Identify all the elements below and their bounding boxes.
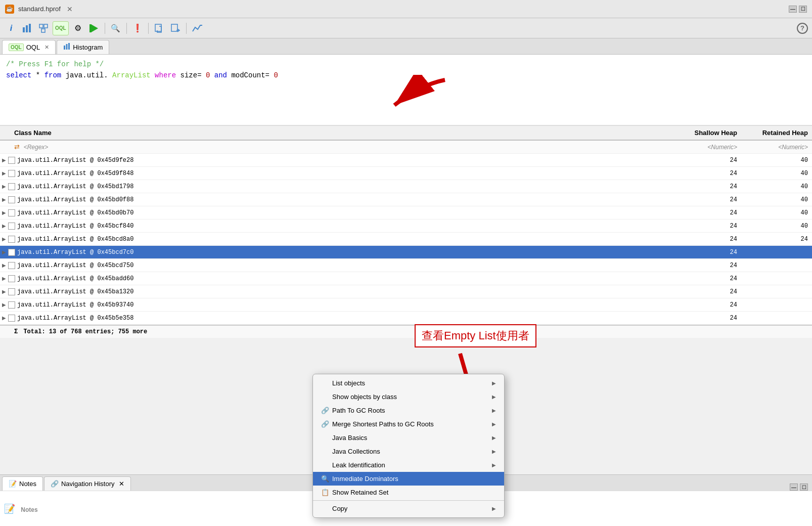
table-row[interactable]: ▶ java.util.ArrayList @ 0x45ba1320 24 (0, 285, 812, 298)
table-row[interactable]: ▶ java.util.ArrayList @ 0x45bd0f88 24 40 (0, 193, 812, 206)
path-gc-icon: 🔗 (321, 407, 329, 414)
dominator-button[interactable] (36, 21, 51, 35)
row-classname-10: java.util.ArrayList @ 0x45ba1320 (17, 288, 681, 295)
comment-text: /* (6, 60, 19, 68)
separator-3 (148, 23, 149, 34)
search-button[interactable]: 🔍 (109, 21, 123, 35)
row-file-icon-4 (8, 209, 15, 216)
maximize-button[interactable]: ☐ (799, 6, 807, 13)
oql-editor[interactable]: /* Press F1 for help */ select * from ja… (0, 55, 812, 125)
row-expand-9[interactable]: ▶ (0, 276, 8, 281)
row-file-icon-5 (8, 223, 15, 230)
tab-close-icon[interactable]: ✕ (67, 5, 73, 13)
export2-button[interactable] (168, 21, 183, 35)
row-retained-1: 40 (741, 170, 812, 177)
row-expand-1[interactable]: ▶ (0, 170, 8, 176)
svg-rect-2 (29, 24, 31, 32)
menu-item-immediate-dominators[interactable]: 🔍Immediate Dominators (313, 472, 504, 486)
bar-chart-button[interactable] (20, 21, 34, 35)
table-row[interactable]: ▶ java.util.ArrayList @ 0x45bd1798 24 40 (0, 180, 812, 193)
tab-oql[interactable]: OQL OQL ✕ (2, 40, 56, 54)
help-button[interactable]: ? (797, 23, 808, 34)
results-area: Class Name Shallow Heap Retained Heap ⇄ … (0, 125, 812, 338)
table-row[interactable]: ▶ java.util.ArrayList @ 0x45b5e358 24 (0, 312, 812, 325)
row-file-icon-6 (8, 236, 15, 243)
menu-label-java-basics: Java Basics (332, 434, 367, 442)
menu-item-show-retained-set[interactable]: 📋Show Retained Set (313, 486, 504, 499)
menu-item-merge-shortest-paths[interactable]: 🔗Merge Shortest Paths to GC Roots▶ (313, 417, 504, 431)
menu-label-show-objects-by-class: Show objects by class (332, 393, 397, 401)
filter-shallow[interactable]: <Numeric> (681, 142, 741, 152)
nav-history-close[interactable]: ✕ (119, 480, 124, 488)
table-row[interactable]: ▶ java.util.ArrayList @ 0x45d9f848 24 40 (0, 167, 812, 180)
oql-button[interactable]: OQL (53, 21, 69, 35)
row-classname-1: java.util.ArrayList @ 0x45d9f848 (17, 170, 681, 177)
menu-item-copy[interactable]: Copy▶ (313, 502, 504, 515)
row-expand-0[interactable]: ▶ (0, 157, 8, 163)
svg-rect-0 (23, 27, 25, 32)
menu-item-path-to-gc-roots[interactable]: 🔗Path To GC Roots▶ (313, 404, 504, 417)
row-shallow-9: 24 (681, 275, 741, 282)
row-file-icon-10 (8, 288, 15, 295)
table-row[interactable]: ▶ java.util.ArrayList @ 0x45bcd8a0 24 24 (0, 233, 812, 246)
tab-notes[interactable]: 📝 Notes (2, 476, 43, 491)
row-shallow-4: 24 (681, 209, 741, 216)
row-shallow-11: 24 (681, 301, 741, 309)
col-header-retained: Retained Heap (741, 128, 812, 138)
bottom-maximize-btn[interactable]: ☐ (800, 484, 808, 491)
row-file-icon-3 (8, 196, 15, 203)
export1-button[interactable] (152, 21, 166, 35)
row-classname-8: java.util.ArrayList @ 0x45bcd750 (17, 262, 681, 269)
menu-item-java-basics[interactable]: Java Basics▶ (313, 431, 504, 445)
table-row[interactable]: ▶ java.util.ArrayList @ 0x45d9fe28 24 40 (0, 154, 812, 167)
table-row[interactable]: ▶ java.util.ArrayList @ 0x45bcd7c0 24 (0, 246, 812, 259)
editor-tab-bar: OQL OQL ✕ Histogram (0, 38, 812, 55)
notes-label: Notes (21, 506, 37, 513)
tab-oql-close[interactable]: ✕ (44, 44, 49, 51)
row-expand-8[interactable]: ▶ (0, 262, 8, 268)
row-classname-0: java.util.ArrayList @ 0x45d9fe28 (17, 157, 681, 164)
svg-rect-12 (66, 44, 68, 50)
bottom-window-controls: — ☐ (790, 484, 808, 491)
tab-oql-label: OQL (26, 43, 40, 51)
menu-item-list-objects[interactable]: List objects▶ (313, 376, 504, 390)
menu-item-show-objects-by-class[interactable]: Show objects by class▶ (313, 390, 504, 404)
info-button[interactable]: i (4, 21, 18, 35)
tab-nav-history[interactable]: 🔗 Navigation History ✕ (44, 476, 131, 491)
tab-histogram[interactable]: Histogram (57, 40, 109, 54)
svg-rect-4 (44, 24, 48, 28)
separator-2 (126, 23, 127, 34)
row-expand-2[interactable]: ▶ (0, 184, 8, 189)
table-row[interactable]: ▶ java.util.ArrayList @ 0x45badd60 24 (0, 272, 812, 285)
error-button[interactable]: ❗ (130, 21, 145, 35)
bottom-minimize-btn[interactable]: — (790, 484, 798, 491)
editor-comment: /* Press F1 for help */ (6, 59, 806, 70)
filter-row[interactable]: ⇄ <Regex> <Numeric> <Numeric> (0, 141, 812, 154)
chart-button[interactable] (190, 21, 204, 35)
minimize-button[interactable]: — (789, 6, 797, 13)
row-expand-5[interactable]: ▶ (0, 223, 8, 229)
run-button[interactable] (87, 21, 101, 35)
menu-item-leak-identification[interactable]: Leak Identification▶ (313, 458, 504, 472)
filter-retained[interactable]: <Numeric> (741, 142, 812, 152)
row-expand-6[interactable]: ▶ (0, 236, 8, 242)
table-row[interactable]: ▶ java.util.ArrayList @ 0x45bcd750 24 (0, 259, 812, 272)
row-expand-3[interactable]: ▶ (0, 197, 8, 202)
oql-tab-icon: OQL (9, 43, 24, 51)
row-shallow-8: 24 (681, 262, 741, 269)
table-row[interactable]: ▶ java.util.ArrayList @ 0x45bcf840 24 40 (0, 220, 812, 233)
table-row[interactable]: ▶ java.util.ArrayList @ 0x45b93740 24 (0, 298, 812, 312)
svg-rect-5 (41, 29, 45, 32)
row-expand-7[interactable]: ▶ (0, 249, 8, 255)
menu-arrow-leak-identification: ▶ (492, 462, 496, 468)
table-row[interactable]: ▶ java.util.ArrayList @ 0x45bd0b70 24 40 (0, 206, 812, 220)
filter-classname[interactable]: ⇄ <Regex> (10, 142, 681, 152)
row-expand-4[interactable]: ▶ (0, 210, 8, 215)
menu-arrow-merge-shortest-paths: ▶ (492, 421, 496, 427)
row-expand-11[interactable]: ▶ (0, 302, 8, 308)
row-expand-10[interactable]: ▶ (0, 289, 8, 294)
menu-item-java-collections[interactable]: Java Collections▶ (313, 445, 504, 458)
regex-icon: ⇄ (14, 143, 20, 151)
settings-button[interactable]: ⚙ (71, 21, 85, 35)
row-expand-12[interactable]: ▶ (0, 315, 8, 321)
